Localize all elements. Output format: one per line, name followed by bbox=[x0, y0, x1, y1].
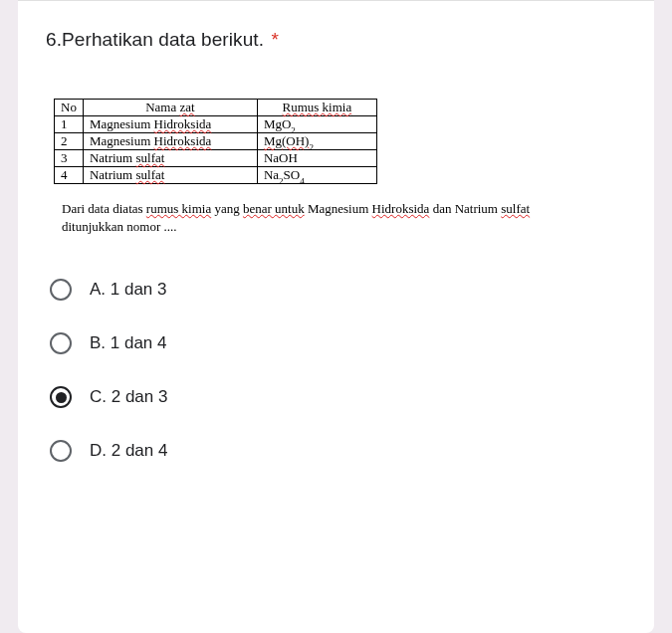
option-a[interactable]: A. 1 dan 3 bbox=[50, 279, 626, 301]
header-no: No bbox=[55, 100, 84, 116]
radio-icon[interactable] bbox=[50, 332, 72, 354]
question-body-text: Dari data diatas rumus kimia yang benar … bbox=[62, 200, 626, 235]
cell-rumus: MgO2 bbox=[257, 116, 376, 133]
table-row: 4 Natrium sulfat Na2SO4 bbox=[55, 167, 377, 184]
question-card: 6.Perhatikan data berikut. * No Nama zat… bbox=[18, 0, 654, 633]
cell-no: 2 bbox=[55, 133, 84, 150]
cell-nama: Magnesium Hidroksida bbox=[83, 116, 257, 133]
header-nama: Nama zat bbox=[83, 100, 257, 116]
cell-no: 3 bbox=[55, 150, 84, 167]
data-table-block: No Nama zat Rumus kimia 1 Magnesium Hidr… bbox=[54, 99, 626, 235]
table-row: 3 Natrium sulfat NaOH bbox=[55, 150, 377, 167]
cell-no: 4 bbox=[55, 167, 84, 184]
option-label: D. 2 dan 4 bbox=[90, 441, 167, 461]
option-d[interactable]: D. 2 dan 4 bbox=[50, 440, 626, 462]
table-row: 1 Magnesium Hidroksida MgO2 bbox=[55, 116, 377, 133]
cell-nama: Natrium sulfat bbox=[83, 150, 257, 167]
table-header-row: No Nama zat Rumus kimia bbox=[55, 100, 377, 116]
radio-icon[interactable] bbox=[50, 440, 72, 462]
table-row: 2 Magnesium Hidroksida Mg(OH)2 bbox=[55, 133, 377, 150]
radio-icon[interactable] bbox=[50, 386, 72, 408]
required-star: * bbox=[272, 29, 280, 50]
header-rumus: Rumus kimia bbox=[257, 100, 376, 116]
cell-rumus: Mg(OH)2 bbox=[257, 133, 376, 150]
options-group: A. 1 dan 3 B. 1 dan 4 C. 2 dan 3 D. 2 da… bbox=[50, 279, 626, 462]
cell-nama: Natrium sulfat bbox=[83, 167, 257, 184]
option-label: A. 1 dan 3 bbox=[90, 280, 167, 300]
radio-icon[interactable] bbox=[50, 279, 72, 301]
data-table: No Nama zat Rumus kimia 1 Magnesium Hidr… bbox=[54, 99, 377, 184]
option-c[interactable]: C. 2 dan 3 bbox=[50, 386, 626, 408]
option-label: C. 2 dan 3 bbox=[90, 387, 167, 407]
cell-rumus: NaOH bbox=[257, 150, 376, 167]
question-title: 6.Perhatikan data berikut. * bbox=[46, 29, 626, 51]
cell-no: 1 bbox=[55, 116, 84, 133]
option-label: B. 1 dan 4 bbox=[90, 333, 167, 353]
question-title-text: 6.Perhatikan data berikut. bbox=[46, 29, 264, 50]
cell-rumus: Na2SO4 bbox=[257, 167, 376, 184]
cell-nama: Magnesium Hidroksida bbox=[83, 133, 257, 150]
option-b[interactable]: B. 1 dan 4 bbox=[50, 332, 626, 354]
